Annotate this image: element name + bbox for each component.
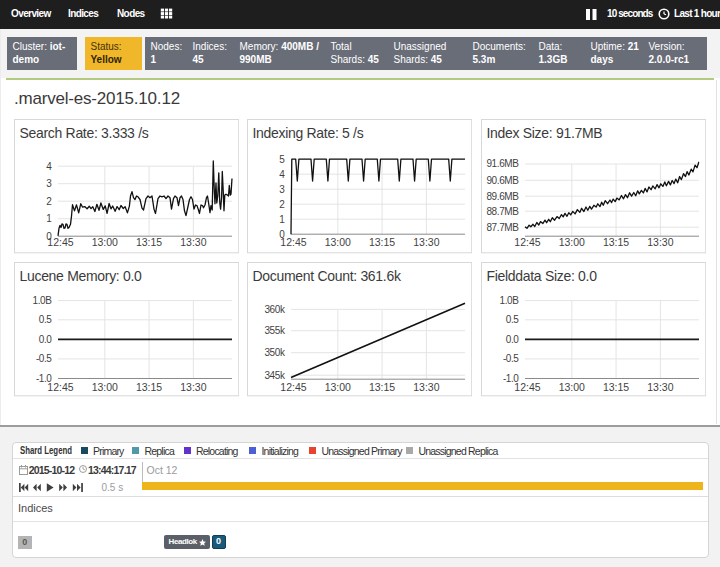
svg-text:12:45: 12:45 (514, 382, 540, 393)
svg-text:13:00: 13:00 (91, 382, 117, 393)
svg-text:12:45: 12:45 (514, 238, 540, 249)
svg-text:13:00: 13:00 (559, 238, 585, 249)
svg-text:3: 3 (280, 184, 286, 195)
svg-text:360k: 360k (265, 304, 285, 315)
svg-text:12:45: 12:45 (47, 382, 73, 393)
svg-text:12:45: 12:45 (47, 238, 73, 249)
svg-text:Document Count: 361.6k: Document Count: 361.6k (253, 268, 402, 284)
svg-text:87.7MB: 87.7MB (486, 222, 519, 233)
svg-text:0.0: 0.0 (506, 334, 520, 345)
svg-text:13:00: 13:00 (559, 382, 585, 393)
svg-text:5: 5 (280, 154, 286, 165)
svg-text:13:00: 13:00 (325, 382, 351, 393)
svg-text:4: 4 (46, 161, 52, 172)
svg-text:1: 1 (280, 214, 286, 225)
svg-text:13:15: 13:15 (369, 382, 395, 393)
svg-text:13:15: 13:15 (135, 382, 161, 393)
svg-text:13:30: 13:30 (647, 238, 673, 249)
svg-text:4: 4 (280, 169, 286, 180)
svg-text:90.6MB: 90.6MB (486, 175, 519, 186)
svg-text:-0.5: -0.5 (503, 354, 519, 365)
svg-text:13:30: 13:30 (180, 238, 206, 249)
svg-text:13:00: 13:00 (325, 238, 351, 249)
svg-text:91.6MB: 91.6MB (486, 159, 519, 170)
svg-text:Index Size: 91.7MB: Index Size: 91.7MB (486, 125, 602, 141)
svg-text:13:30: 13:30 (413, 238, 439, 249)
svg-text:0.5: 0.5 (506, 315, 520, 326)
svg-text:0.0: 0.0 (38, 334, 52, 345)
svg-text:350k: 350k (265, 347, 285, 358)
svg-text:Indexing Rate: 5 /s: Indexing Rate: 5 /s (253, 125, 364, 141)
svg-text:13:30: 13:30 (647, 382, 673, 393)
svg-text:2: 2 (280, 199, 286, 210)
svg-text:89.6MB: 89.6MB (486, 191, 519, 202)
svg-text:0.5: 0.5 (38, 315, 52, 326)
svg-text:13:15: 13:15 (603, 238, 629, 249)
svg-text:12:45: 12:45 (281, 238, 307, 249)
svg-text:13:30: 13:30 (413, 382, 439, 393)
svg-text:2: 2 (46, 196, 52, 207)
svg-text:Lucene Memory: 0.0: Lucene Memory: 0.0 (19, 268, 142, 284)
svg-text:13:15: 13:15 (369, 238, 395, 249)
svg-text:1.0B: 1.0B (500, 295, 520, 306)
svg-text:345k: 345k (265, 370, 285, 381)
svg-text:88.7MB: 88.7MB (486, 206, 519, 217)
svg-text:13:00: 13:00 (91, 238, 117, 249)
svg-text:13:30: 13:30 (180, 382, 206, 393)
svg-text:Search Rate: 3.333 /s: Search Rate: 3.333 /s (19, 125, 148, 141)
svg-text:13:15: 13:15 (135, 238, 161, 249)
svg-text:-0.5: -0.5 (35, 354, 51, 365)
svg-text:13:15: 13:15 (603, 382, 629, 393)
svg-text:12:45: 12:45 (281, 382, 307, 393)
svg-text:1.0B: 1.0B (32, 295, 52, 306)
svg-text:Fielddata Size: 0.0: Fielddata Size: 0.0 (486, 268, 597, 284)
svg-text:355k: 355k (265, 325, 285, 336)
svg-text:1: 1 (46, 213, 52, 224)
svg-text:3: 3 (46, 178, 52, 189)
